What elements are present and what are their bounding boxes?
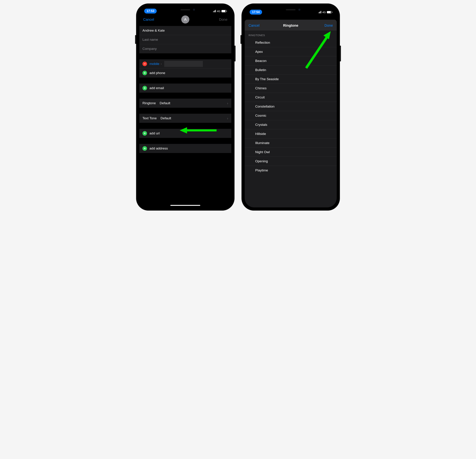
ringtones-list[interactable]: ReflectionApexBeaconBulletinBy The Seasi… [245,38,337,175]
ringtone-modal: Cancel Ringtone Done RINGTONES Reflectio… [245,20,337,207]
ringtone-item-label: Reflection [255,41,270,45]
add-url-label: add url [149,131,160,135]
ringtones-header: RINGTONES [245,31,337,38]
status-right: 4G [318,11,332,14]
remove-phone-icon[interactable]: − [143,62,147,66]
edit-navbar: Cancel A Done [139,16,231,25]
done-button[interactable]: Done [319,24,333,28]
battery-icon [221,10,226,12]
ringtone-item[interactable]: Playtime [245,166,337,175]
ringtone-item-label: By The Seaside [255,77,279,81]
phone-left: 17:53 4G Cancel A Done − [136,3,235,211]
texttone-label: Text Tone [143,116,157,120]
ringtone-item-label: Apex [255,50,263,54]
cancel-button[interactable]: Cancel [143,17,157,22]
phone-type[interactable]: mobile [149,62,159,66]
ringtone-item-label: Chimes [255,86,266,90]
chevron-right-icon: › [161,62,162,66]
add-address-row[interactable]: + add address [139,144,231,153]
ringtone-item[interactable]: Constellation [245,102,337,111]
ringtone-item-label: Crystals [255,123,267,127]
status-time: 17:54 [250,10,262,15]
done-button[interactable]: Done [213,17,228,22]
texttone-group: Text Tone Default › [139,114,231,123]
speaker [286,9,296,10]
ringtone-item-label: Constellation [255,105,274,108]
add-phone-label: add phone [149,71,165,75]
ringtone-item[interactable]: Hillside [245,129,337,139]
ringtone-item[interactable]: Night Owl [245,148,337,157]
url-group: + add url [139,129,231,138]
texttone-row[interactable]: Text Tone Default › [139,114,231,123]
add-icon[interactable]: + [143,146,147,151]
add-icon[interactable]: + [143,131,147,136]
ringtone-item-label: Bulletin [255,68,266,72]
add-address-label: add address [149,147,168,150]
ringtone-item[interactable]: Apex [245,47,337,56]
screen-ringtone-picker: 17:54 4G Cancel Ringtone Done RINGTONES … [245,7,337,207]
signal-icon [213,10,216,12]
chevron-right-icon: › [227,101,228,105]
ringtone-row[interactable]: Ringtone Default › [139,98,231,108]
add-email-label: add email [149,86,164,90]
add-icon[interactable]: + [143,86,147,90]
ringtone-value: Default [160,101,170,105]
add-phone-row[interactable]: + add phone [139,68,231,78]
add-email-row[interactable]: + add email [139,83,231,93]
phone-row[interactable]: − mobile › [139,59,231,68]
notch [270,7,311,13]
ringtone-item-label: Beacon [255,59,266,63]
ringtone-label: Ringtone [143,101,156,105]
status-time: 17:53 [144,8,157,14]
ringtone-group: Ringtone Default › [139,98,231,108]
ringtone-item[interactable]: Chimes [245,84,337,93]
network-label: 4G [322,11,326,14]
ringtone-item-label: Illuminate [255,141,269,145]
home-indicator[interactable] [170,205,200,206]
phone-right: 17:54 4G Cancel Ringtone Done RINGTONES … [241,3,340,211]
notch [165,7,206,13]
company-row[interactable] [139,44,231,53]
phone-group: − mobile › + add phone [139,59,231,78]
chevron-right-icon: › [227,116,228,120]
ringtone-item-label: Playtime [255,168,268,172]
ringtone-item-label: Circuit [255,95,265,99]
screen-edit-contact: 17:53 4G Cancel A Done − [139,7,231,207]
last-name-row[interactable] [139,35,231,44]
ringtone-item[interactable]: By The Seaside [245,74,337,84]
speaker [180,9,190,10]
ringtone-item[interactable]: Circuit [245,93,337,102]
ringtone-item[interactable]: Cosmic [245,111,337,120]
cancel-button[interactable]: Cancel [248,24,263,28]
add-icon[interactable]: + [143,71,147,75]
contact-avatar[interactable]: A [181,16,189,24]
texttone-value: Default [161,116,171,120]
ringtone-item-label: Night Owl [255,150,270,154]
ringtone-item-label: Opening [255,159,268,163]
name-group [139,26,231,53]
status-right: 4G [213,10,226,13]
email-group: + add email [139,83,231,93]
ringtone-item[interactable]: Illuminate [245,139,337,148]
address-group: + add address [139,144,231,153]
add-url-row[interactable]: + add url [139,129,231,138]
modal-backdrop: 17:54 4G Cancel Ringtone Done RINGTONES … [245,7,337,207]
company-input[interactable] [143,47,228,51]
first-name-row[interactable] [139,26,231,35]
network-label: 4G [217,10,221,13]
ringtone-item[interactable]: Opening [245,157,337,166]
phone-number-redacted[interactable] [164,61,203,67]
ringtone-item-label: Cosmic [255,114,266,118]
ringtone-item-label: Hillside [255,132,266,136]
ringtone-title: Ringtone [283,24,298,28]
last-name-input[interactable] [143,38,228,41]
ringtone-item[interactable]: Crystals [245,120,337,129]
ringtone-item[interactable]: Reflection [245,38,337,47]
front-camera [298,8,300,11]
first-name-input[interactable] [143,29,228,33]
ringtone-item[interactable]: Bulletin [245,66,337,74]
signal-icon [318,11,321,13]
battery-icon [327,11,332,13]
front-camera [193,8,195,11]
ringtone-item[interactable]: Beacon [245,56,337,66]
